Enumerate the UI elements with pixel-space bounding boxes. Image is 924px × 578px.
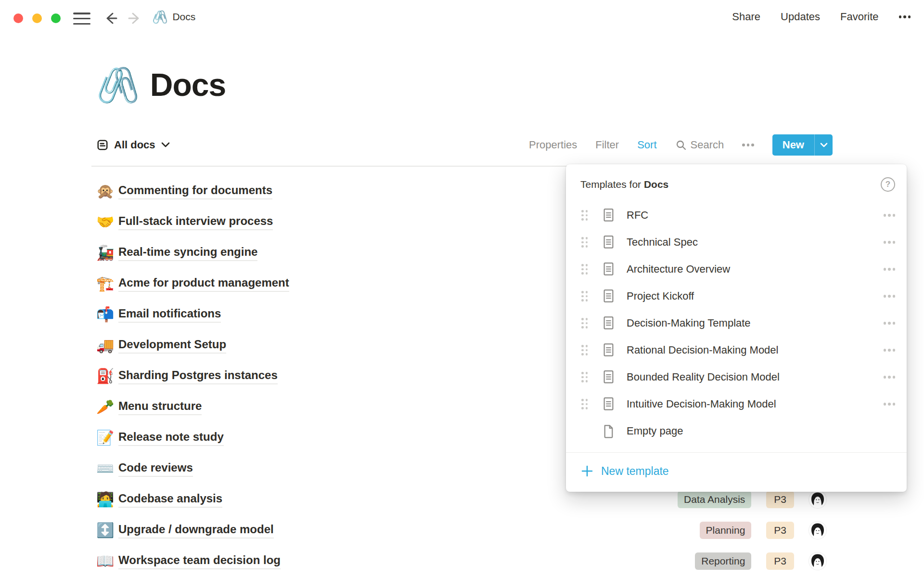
doc-emoji-icon: 📬 <box>96 307 118 322</box>
empty-page-label: Empty page <box>627 425 683 437</box>
sort-button[interactable]: Sort <box>637 139 656 151</box>
maximize-window-button[interactable] <box>51 13 61 23</box>
breadcrumb[interactable]: 🖇️ Docs <box>152 11 195 23</box>
template-more-icon[interactable] <box>884 214 896 217</box>
doc-title-link[interactable]: Workspace team decision log <box>118 553 281 569</box>
doc-title-link[interactable]: Upgrade / downgrade model <box>118 523 274 539</box>
popover-header: Templates for Docs ? <box>580 175 895 194</box>
priority-badge[interactable]: P3 <box>766 552 794 570</box>
avatar[interactable] <box>809 491 826 508</box>
doc-title-link[interactable]: Menu structure <box>118 399 202 415</box>
template-item[interactable]: Rational Decision-Making Model <box>566 337 907 364</box>
doc-title-link[interactable]: Real-time syncing engine <box>118 245 257 261</box>
template-more-icon[interactable] <box>884 349 896 352</box>
template-name: RFC <box>627 209 648 222</box>
doc-title-link[interactable]: Code reviews <box>118 461 193 477</box>
template-page-icon <box>602 208 615 223</box>
new-template-button[interactable]: New template <box>566 453 907 489</box>
empty-page-item[interactable]: Empty page <box>566 418 907 445</box>
more-options-icon[interactable] <box>899 15 911 18</box>
search-button[interactable]: Search <box>675 139 724 151</box>
new-button[interactable]: New <box>772 134 814 156</box>
doc-emoji-icon: 🤝 <box>96 215 118 229</box>
share-button[interactable]: Share <box>732 11 760 23</box>
list-item: 📖 Workspace team decision log Reporting … <box>91 546 833 577</box>
template-page-icon <box>602 289 615 303</box>
template-item[interactable]: RFC <box>566 202 907 229</box>
drag-handle-icon[interactable] <box>580 290 589 302</box>
tag-badge[interactable]: Data Analysis <box>678 491 751 508</box>
tag-badge[interactable]: Planning <box>700 522 752 539</box>
filter-button[interactable]: Filter <box>595 139 619 151</box>
page-emoji-icon[interactable]: 🖇️ <box>96 67 140 102</box>
templates-popover: Templates for Docs ? RFC <box>566 164 907 492</box>
template-page-icon <box>602 397 615 411</box>
plus-icon <box>580 464 594 478</box>
template-item[interactable]: Architecture Overview <box>566 256 907 283</box>
template-item[interactable]: Bounded Reality Decision Model <box>566 364 907 391</box>
template-name: Decision-Making Template <box>627 317 751 329</box>
drag-handle-icon[interactable] <box>580 209 589 222</box>
forward-arrow-icon[interactable] <box>126 11 142 26</box>
priority-badge[interactable]: P3 <box>766 522 794 539</box>
avatar[interactable] <box>809 552 826 570</box>
doc-emoji-icon: 🙊 <box>96 184 118 198</box>
doc-emoji-icon: ↕️ <box>96 523 118 538</box>
template-item[interactable]: Technical Spec <box>566 229 907 256</box>
doc-row-properties: Planning P3 <box>700 522 826 539</box>
template-more-icon[interactable] <box>884 241 896 244</box>
template-more-icon[interactable] <box>884 295 896 298</box>
drag-handle-icon[interactable] <box>580 398 589 410</box>
template-name: Intuitive Decision-Making Model <box>627 398 776 410</box>
template-page-icon <box>602 370 615 384</box>
template-name: Technical Spec <box>627 236 698 249</box>
doc-title-link[interactable]: Email notifications <box>118 307 221 323</box>
template-more-icon[interactable] <box>884 403 896 406</box>
doc-emoji-icon: 🚂 <box>96 246 118 260</box>
new-template-label: New template <box>601 465 669 478</box>
back-arrow-icon[interactable] <box>103 11 119 26</box>
doc-title-link[interactable]: Codebase analysis <box>118 492 222 508</box>
minimize-window-button[interactable] <box>32 13 42 23</box>
template-page-icon <box>602 235 615 250</box>
search-label: Search <box>691 139 724 151</box>
page-title: Docs <box>150 66 226 103</box>
doc-title-link[interactable]: Sharding Postgres instances <box>118 368 278 384</box>
updates-button[interactable]: Updates <box>781 11 820 23</box>
view-switcher[interactable]: All docs <box>91 139 170 151</box>
doc-title-link[interactable]: Full-stack interview process <box>118 214 273 230</box>
doc-emoji-icon: 🏗️ <box>96 276 118 291</box>
template-item[interactable]: Intuitive Decision-Making Model <box>566 391 907 418</box>
drag-handle-icon[interactable] <box>580 344 589 356</box>
sidebar-toggle-icon[interactable] <box>73 13 90 25</box>
template-item[interactable]: Project Kickoff <box>566 283 907 310</box>
topbar-actions: Share Updates Favorite <box>732 11 911 23</box>
drag-handle-icon[interactable] <box>580 263 589 276</box>
drag-handle-icon[interactable] <box>580 371 589 383</box>
properties-button[interactable]: Properties <box>529 139 577 151</box>
close-window-button[interactable] <box>13 13 23 23</box>
new-dropdown-button[interactable] <box>815 134 833 156</box>
doc-title-link[interactable]: Development Setup <box>118 338 226 354</box>
priority-badge[interactable]: P3 <box>766 491 794 508</box>
template-list: RFC Technical Spec <box>566 202 907 418</box>
tag-badge[interactable]: Reporting <box>695 552 751 570</box>
template-item[interactable]: Decision-Making Template <box>566 310 907 337</box>
doc-emoji-icon: 🖇️ <box>152 11 167 23</box>
drag-handle-icon[interactable] <box>580 236 589 249</box>
template-more-icon[interactable] <box>884 376 896 379</box>
doc-title-link[interactable]: Release note study <box>118 430 224 446</box>
favorite-button[interactable]: Favorite <box>840 11 878 23</box>
help-icon[interactable]: ? <box>881 177 895 192</box>
doc-title-link[interactable]: Commenting for documents <box>118 184 272 199</box>
template-more-icon[interactable] <box>884 322 896 325</box>
collection-toolbar: All docs Properties Filter Sort Search N… <box>91 133 833 157</box>
avatar[interactable] <box>809 522 826 539</box>
template-more-icon[interactable] <box>884 268 896 271</box>
toolbar-right: Properties Filter Sort Search New <box>529 134 833 156</box>
template-name: Bounded Reality Decision Model <box>627 371 780 383</box>
toolbar-more-icon[interactable] <box>742 144 754 146</box>
page-header: 🖇️ Docs <box>96 66 226 103</box>
drag-handle-icon[interactable] <box>580 317 589 329</box>
doc-title-link[interactable]: Acme for product management <box>118 276 289 292</box>
